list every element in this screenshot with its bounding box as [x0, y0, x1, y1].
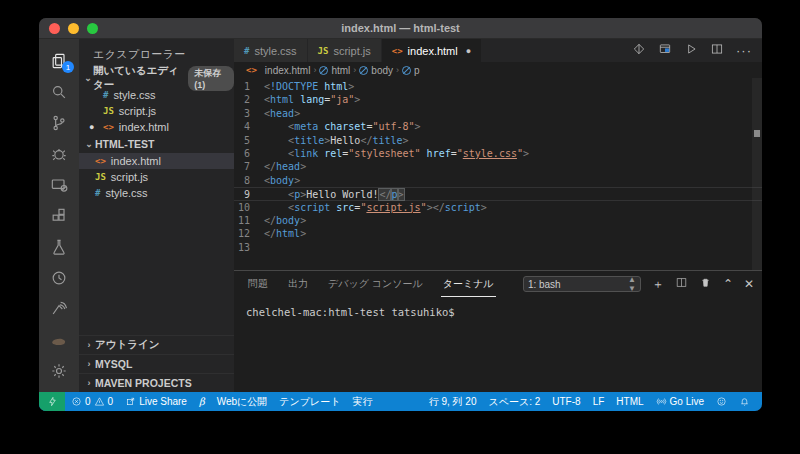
tab-script.js[interactable]: JSscript.js [308, 39, 382, 62]
window-controls [49, 23, 98, 34]
cursor-position[interactable]: 行 9, 列 20 [423, 392, 483, 411]
sidebar-section-アウトライン[interactable]: ›アウトライン [79, 335, 234, 354]
css-file-icon: # [244, 46, 249, 56]
remote-indicator[interactable] [39, 392, 65, 411]
sidebar-bottom-sections: ›アウトライン›MYSQL›MAVEN PROJECTS [79, 335, 234, 392]
workspace-root-section[interactable]: ⌄ HTML-TEST [79, 135, 234, 153]
more-actions-icon[interactable]: ··· [736, 43, 752, 58]
sidebar-section-MYSQL[interactable]: ›MYSQL [79, 354, 234, 373]
live-server-icon[interactable] [39, 293, 79, 324]
open-editor-item-index.html[interactable]: ●<>index.html [79, 119, 234, 135]
minimize-window-button[interactable] [68, 23, 79, 34]
html-file-icon: <> [103, 122, 114, 132]
open-editor-item-script.js[interactable]: JSscript.js [79, 103, 234, 119]
azure-button[interactable]: β [193, 392, 211, 411]
window-title: index.html — html-test [39, 22, 762, 34]
remote-display-icon[interactable] [39, 169, 79, 200]
breadcrumbs: <>index.html›html›body›p [234, 62, 762, 78]
open-editors-list: #style.cssJSscript.js●<>index.html [79, 87, 234, 135]
line-number: 6 [234, 147, 264, 160]
indent-status[interactable]: スペース: 2 [482, 392, 546, 411]
live-share-button[interactable]: Live Share [119, 392, 193, 411]
go-live-label: Go Live [670, 396, 704, 407]
tree-item-index.html[interactable]: <>index.html [79, 153, 234, 169]
code-text: </head> [264, 160, 306, 173]
close-window-button[interactable] [49, 23, 60, 34]
feedback-button[interactable] [710, 392, 733, 411]
format-icon[interactable] [632, 42, 646, 60]
code-editor[interactable]: 1<!DOCTYPE html>2<html lang="ja">3<head>… [234, 78, 762, 270]
maximize-panel-icon[interactable]: ⌃ [723, 278, 733, 290]
run-button[interactable]: 実行 [347, 392, 379, 411]
extensions-icon[interactable] [39, 200, 79, 231]
line-number: 8 [234, 174, 264, 187]
split-terminal-icon[interactable] [675, 275, 688, 293]
editor-tab-bar: #style.cssJSscript.js<>index.html● ··· [234, 39, 762, 62]
panel-tab-問題[interactable]: 問題 [246, 271, 270, 297]
tree-item-style.css[interactable]: #style.css [79, 185, 234, 201]
settings-gear-icon[interactable] [39, 355, 79, 386]
breadcrumb-separator: › [353, 65, 356, 75]
breadcrumb-separator: › [313, 65, 316, 75]
explorer-icon[interactable]: 1 [39, 45, 79, 76]
breadcrumb-label: p [414, 65, 420, 76]
template-button[interactable]: テンプレート [273, 392, 346, 411]
terminal-output[interactable]: chelchel-mac:html-test tatsuhiko$ [234, 297, 762, 327]
smiley-icon [716, 396, 727, 407]
line-number: 5 [234, 134, 264, 147]
debug-icon[interactable] [39, 138, 79, 169]
tree-item-script.js[interactable]: JSscript.js [79, 169, 234, 185]
breadcrumb-item-body[interactable]: body [359, 65, 393, 76]
split-editor-icon[interactable] [710, 42, 724, 60]
terminal-select[interactable]: 1: bash ▲▼ [523, 276, 641, 292]
breadcrumb-item-p[interactable]: p [402, 65, 420, 76]
source-control-icon[interactable] [39, 107, 79, 138]
html-file-icon: <> [95, 156, 106, 166]
panel-tab-出力[interactable]: 出力 [286, 271, 310, 297]
panel-tab-デバッグ コンソール[interactable]: デバッグ コンソール [326, 271, 425, 297]
docker-icon[interactable] [39, 324, 79, 355]
run-icon[interactable] [684, 42, 698, 60]
encoding-status[interactable]: UTF-8 [546, 392, 586, 411]
go-live-button[interactable]: Go Live [650, 392, 710, 411]
editor-actions: ··· [632, 39, 762, 62]
breadcrumb-separator: › [396, 65, 399, 75]
language-status[interactable]: HTML [610, 392, 649, 411]
code-text: </body> [264, 214, 306, 227]
file-tree: <>index.htmlJSscript.js#style.css [79, 153, 234, 201]
terminal-controls: 1: bash ▲▼ ＋ ⌃ ✕ [523, 275, 754, 293]
terminal-select-value: 1: bash [528, 279, 561, 290]
close-panel-icon[interactable]: ✕ [744, 278, 754, 290]
code-text: <link rel="stylesheet" href="style.css"> [264, 147, 529, 160]
panel-tab-ターミナル[interactable]: ターミナル [441, 271, 496, 297]
test-beaker-icon[interactable] [39, 231, 79, 262]
eol-status[interactable]: LF [587, 392, 611, 411]
line-number: 11 [234, 214, 264, 227]
kill-terminal-icon[interactable] [699, 275, 712, 293]
open-editors-section[interactable]: ⌄ 開いているエディター 未保存 (1) [79, 69, 234, 87]
open-editor-item-style.css[interactable]: #style.css [79, 87, 234, 103]
editor-scrollbar[interactable] [752, 78, 762, 270]
code-line: 7</head> [234, 160, 762, 173]
tab-style.css[interactable]: #style.css [234, 39, 308, 62]
section-label: アウトライン [95, 338, 159, 352]
problems-status[interactable]: 0 0 [65, 392, 119, 411]
publish-web-button[interactable]: Webに公開 [211, 392, 274, 411]
breadcrumb-item-index.html[interactable]: <>index.html [246, 65, 310, 76]
breadcrumb-label: html [331, 65, 350, 76]
warning-count: 0 [108, 396, 114, 407]
title-bar: index.html — html-test [39, 18, 762, 39]
notifications-button[interactable] [733, 392, 756, 411]
code-time-icon[interactable] [39, 262, 79, 293]
js-file-icon: JS [95, 172, 106, 182]
zoom-window-button[interactable] [87, 23, 98, 34]
sidebar-section-MAVEN PROJECTS[interactable]: ›MAVEN PROJECTS [79, 373, 234, 392]
code-line: 2<html lang="ja"> [234, 93, 762, 106]
breadcrumb-item-html[interactable]: html [319, 65, 350, 76]
open-preview-icon[interactable] [658, 42, 672, 60]
search-icon[interactable] [39, 76, 79, 107]
new-terminal-icon[interactable]: ＋ [652, 278, 664, 290]
tab-label: script.js [333, 45, 370, 57]
tab-index.html[interactable]: <>index.html● [382, 39, 482, 62]
code-line: 3<head> [234, 107, 762, 120]
